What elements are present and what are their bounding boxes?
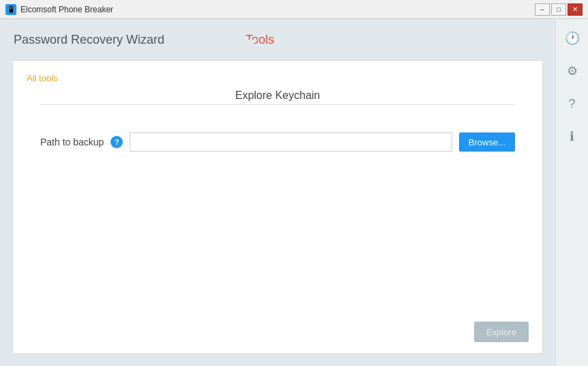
title-bar: 📱 Elcomsoft Phone Breaker – □ ✕ — [0, 0, 588, 19]
help-button[interactable]: ? — [561, 93, 583, 115]
card-footer: Explore — [474, 322, 529, 342]
title-bar-left: 📱 Elcomsoft Phone Breaker — [5, 4, 113, 15]
app-body: Password Recovery Wizard Tools All tools… — [0, 19, 588, 366]
all-tools-link[interactable]: All tools — [27, 73, 58, 83]
right-sidebar: 🕐 ⚙ ? ℹ — [555, 19, 588, 366]
section-title: Explore Keychain — [235, 89, 321, 101]
path-input[interactable] — [130, 132, 452, 152]
path-help-icon[interactable]: ? — [111, 136, 123, 148]
maximize-button[interactable]: □ — [551, 3, 566, 16]
info-icon: ℹ — [570, 129, 574, 144]
content-card: All tools Explore Keychain Path to backu… — [12, 60, 543, 354]
window-controls: – □ ✕ — [535, 3, 583, 16]
window-title: Elcomsoft Phone Breaker — [20, 5, 113, 14]
app-header: Password Recovery Wizard Tools — [0, 19, 555, 60]
explore-button[interactable]: Explore — [474, 322, 529, 342]
history-button[interactable]: 🕐 — [561, 27, 583, 49]
main-content: Password Recovery Wizard Tools All tools… — [0, 19, 555, 366]
close-button[interactable]: ✕ — [568, 3, 583, 16]
path-section: Path to backup ? Browse... — [27, 126, 529, 158]
minimize-button[interactable]: – — [535, 3, 550, 16]
tools-tab[interactable]: Tools — [232, 19, 288, 60]
app-icon: 📱 — [5, 4, 16, 15]
section-divider — [40, 104, 515, 105]
info-button[interactable]: ℹ — [561, 126, 583, 147]
history-icon: 🕐 — [565, 31, 580, 46]
settings-button[interactable]: ⚙ — [561, 60, 583, 82]
help-icon: ? — [568, 97, 575, 111]
browse-button[interactable]: Browse... — [459, 132, 515, 152]
path-label: Path to backup — [40, 137, 104, 147]
wizard-title: Password Recovery Wizard — [14, 33, 164, 47]
tools-arrow-indicator — [244, 40, 258, 46]
settings-icon: ⚙ — [567, 64, 578, 79]
